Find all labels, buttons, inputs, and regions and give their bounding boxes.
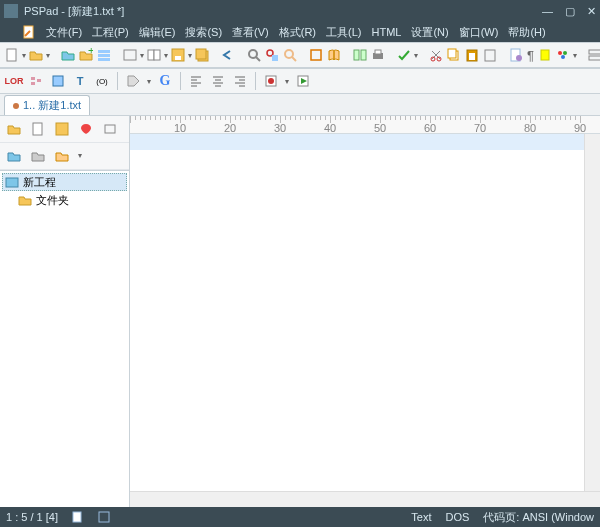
record-dropdown[interactable]: ▾ [283,72,291,90]
svg-rect-49 [6,178,18,187]
text-tool-button[interactable]: T [70,71,90,91]
svg-point-16 [285,50,293,58]
ascii-button[interactable]: (O) [92,71,112,91]
panel-save-button[interactable] [52,119,72,139]
spell-dropdown[interactable]: ▾ [414,46,418,64]
paste-button[interactable] [464,45,480,65]
panel-add-folder-button[interactable] [4,146,24,166]
view-docs-button[interactable] [146,45,162,65]
menu-file[interactable]: 文件(F) [46,25,82,40]
panel-view-button[interactable] [100,119,120,139]
open-project-button[interactable] [60,45,76,65]
add-file-button[interactable]: + [78,45,94,65]
save-dropdown[interactable]: ▾ [188,46,192,64]
text-area[interactable] [130,134,584,491]
tree-root[interactable]: 新工程 [2,173,127,191]
menu-search[interactable]: 搜索(S) [185,25,222,40]
code-explorer-button[interactable] [26,71,46,91]
panel-dropdown[interactable]: ▾ [76,146,84,164]
color-picker-button[interactable] [555,45,571,65]
editor: 102030405060708090 [130,116,600,507]
find-next-button[interactable] [282,45,298,65]
spell-check-button[interactable] [396,45,412,65]
macro-button[interactable] [308,45,324,65]
svg-rect-27 [469,53,475,60]
svg-point-30 [516,55,522,61]
menu-view[interactable]: 查看(V) [232,25,269,40]
open-file-dropdown[interactable]: ▾ [46,46,50,64]
align-center-button[interactable] [208,71,228,91]
tag-dropdown[interactable]: ▾ [145,72,153,90]
tree-root-label: 新工程 [23,175,56,190]
toolbar-row-2: LOR T (O) ▾ G ▾ [0,68,600,94]
tab-bar: 1.. 新建1.txt [0,94,600,116]
maximize-button[interactable]: ▢ [565,5,575,18]
window-controls: — ▢ ✕ [542,5,596,18]
document-tab[interactable]: 1.. 新建1.txt [4,95,90,115]
menu-project[interactable]: 工程(P) [92,25,129,40]
menu-window[interactable]: 窗口(W) [459,25,499,40]
panel-new-button[interactable] [28,119,48,139]
compare-button[interactable] [352,45,368,65]
hex-button[interactable] [122,45,138,65]
align-left-button[interactable] [186,71,206,91]
svg-rect-6 [124,50,136,60]
horizontal-scrollbar[interactable] [130,491,600,507]
menu-tools[interactable]: 工具(L) [326,25,361,40]
panel-refresh-button[interactable] [52,146,72,166]
edit-doc-icon[interactable] [22,25,36,39]
svg-rect-15 [272,55,278,61]
tile-h-button[interactable] [587,45,600,65]
highlighter-icon[interactable] [537,45,553,65]
ruler: 102030405060708090 [130,116,600,134]
tree-folder[interactable]: 文件夹 [2,191,127,209]
doc-settings-button[interactable] [508,45,524,65]
align-right-button[interactable] [230,71,250,91]
save-button[interactable] [170,45,186,65]
copy-button[interactable] [446,45,462,65]
find-button[interactable] [246,45,262,65]
project-tree[interactable]: 新工程 文件夹 [0,170,129,507]
menu-settings[interactable]: 设置(N) [411,25,448,40]
status-codepage[interactable]: 代码页: ANSI (Window [483,510,594,525]
files-list-button[interactable] [96,45,112,65]
lorem-button[interactable]: LOR [4,71,24,91]
find-in-files-button[interactable] [264,45,280,65]
svg-text:+: + [88,48,93,56]
new-file-dropdown[interactable]: ▾ [22,46,26,64]
book-open-icon[interactable] [326,45,342,65]
vertical-scrollbar[interactable] [584,134,600,491]
color-dropdown[interactable]: ▾ [573,46,577,64]
google-button[interactable]: G [155,71,175,91]
record-button[interactable] [261,71,281,91]
open-file-button[interactable] [28,45,44,65]
view-dropdown[interactable]: ▾ [164,46,168,64]
menu-format[interactable]: 格式(R) [279,25,316,40]
undo-button[interactable] [220,45,236,65]
tag-icon[interactable] [123,71,143,91]
clipboard-button[interactable] [482,45,498,65]
panel-favorite-button[interactable] [76,119,96,139]
status-eol[interactable]: DOS [446,511,470,523]
menu-help[interactable]: 帮助(H) [508,25,545,40]
status-syntax[interactable]: Text [411,511,431,523]
svg-rect-1 [7,49,16,61]
play-macro-button[interactable] [293,71,313,91]
separator [117,72,118,90]
panel-tools-1 [0,116,129,143]
menu-html[interactable]: HTML [371,26,401,38]
hash-button[interactable] [48,71,68,91]
panel-remove-button[interactable] [28,146,48,166]
new-file-button[interactable] [4,45,20,65]
save-all-button[interactable] [194,45,210,65]
panel-folder-open-button[interactable] [4,119,24,139]
cut-button[interactable] [428,45,444,65]
show-formatting-button[interactable]: ¶ [526,45,535,65]
print-button[interactable] [370,45,386,65]
minimize-button[interactable]: — [542,5,553,18]
menu-edit[interactable]: 编辑(E) [139,25,176,40]
hex-dropdown[interactable]: ▾ [140,46,144,64]
status-doc-icon[interactable] [72,511,84,523]
status-export-icon[interactable] [98,511,110,523]
close-button[interactable]: ✕ [587,5,596,18]
